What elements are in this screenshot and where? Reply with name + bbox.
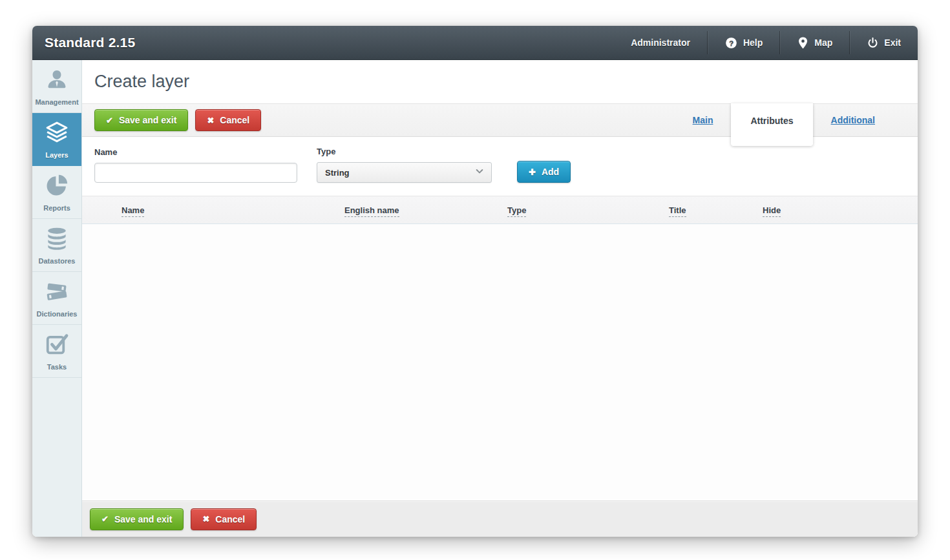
attributes-table-body — [82, 224, 918, 501]
tab-additional[interactable]: Additional — [813, 115, 893, 125]
person-icon — [45, 83, 69, 94]
exit-label: Exit — [884, 37, 901, 48]
add-button-label: Add — [542, 167, 559, 177]
svg-text:?: ? — [729, 38, 734, 47]
books-icon — [45, 295, 69, 306]
map-button[interactable]: Map — [780, 26, 849, 59]
map-pin-icon — [797, 36, 809, 50]
app-title: Standard 2.15 — [32, 35, 135, 50]
sidebar-item-label: Tasks — [34, 363, 80, 371]
tab-main[interactable]: Main — [675, 115, 732, 125]
tab-strip: Main Attributes Additional — [675, 104, 893, 136]
sidebar-item-dictionaries[interactable]: Dictionaries — [32, 272, 81, 325]
add-button[interactable]: ✚ Add — [517, 161, 571, 183]
type-field-label: Type — [317, 147, 492, 156]
footer-save-label: Save and exit — [114, 514, 173, 524]
x-icon: ✖ — [207, 116, 214, 125]
type-select[interactable]: String — [317, 162, 492, 183]
column-header-title: Title — [669, 205, 763, 215]
cancel-button-label: Cancel — [220, 115, 249, 125]
user-name-label: Administrator — [631, 37, 690, 48]
help-icon: ? — [724, 36, 738, 50]
column-header-name: Name — [121, 205, 344, 215]
footer-cancel-button[interactable]: ✖ Cancel — [191, 508, 257, 530]
app-window: Standard 2.15 Administrator ? Help Map — [32, 26, 918, 537]
column-header-type: Type — [507, 205, 669, 215]
exit-button[interactable]: Exit — [850, 26, 918, 59]
sidebar-item-label: Layers — [34, 151, 80, 159]
name-input[interactable] — [94, 163, 297, 183]
footer-save-and-exit-button[interactable]: ✔ Save and exit — [90, 508, 184, 530]
page-title: Create layer — [94, 72, 189, 92]
check-icon: ✔ — [101, 515, 109, 523]
type-field-group: Type String — [317, 147, 492, 183]
save-button-label: Save and exit — [119, 115, 177, 125]
attributes-table-header: Name English name Type Title Hide — [82, 196, 918, 224]
cancel-button[interactable]: ✖ Cancel — [195, 109, 261, 131]
sidebar-item-label: Reports — [34, 204, 80, 212]
help-button[interactable]: ? Help — [708, 26, 779, 59]
header-menu: Administrator ? Help Map Ex — [614, 26, 918, 59]
sidebar-item-layers[interactable]: Layers — [32, 113, 81, 166]
chevron-down-icon — [474, 166, 485, 179]
save-and-exit-button[interactable]: ✔ Save and exit — [94, 109, 188, 131]
column-header-english-name: English name — [344, 205, 507, 215]
sidebar-item-management[interactable]: Management — [32, 60, 81, 113]
sidebar-item-label: Management — [34, 98, 80, 106]
database-icon — [45, 242, 69, 253]
sidebar-item-tasks[interactable]: Tasks — [32, 325, 81, 378]
user-name: Administrator — [614, 26, 707, 59]
sidebar-item-reports[interactable]: Reports — [32, 166, 81, 219]
name-field-group: Name — [94, 147, 297, 183]
help-label: Help — [743, 37, 763, 48]
type-select-value: String — [325, 168, 474, 178]
layers-icon — [45, 136, 69, 147]
checkbox-check-icon — [45, 347, 69, 358]
pie-chart-icon — [45, 189, 69, 200]
add-button-wrap: ✚ Add — [517, 161, 571, 183]
footer-cancel-label: Cancel — [215, 514, 245, 524]
x-icon: ✖ — [202, 515, 209, 523]
sidebar-item-datastores[interactable]: Datastores — [32, 219, 81, 272]
power-icon — [867, 37, 879, 49]
tab-attributes[interactable]: Attributes — [731, 103, 812, 146]
column-header-hide: Hide — [763, 205, 918, 215]
sidebar: Management Layers Reports Datastores — [32, 60, 82, 537]
sidebar-item-label: Dictionaries — [34, 310, 80, 318]
top-header: Standard 2.15 Administrator ? Help Map — [32, 26, 918, 60]
footer-toolbar: ✔ Save and exit ✖ Cancel — [82, 501, 918, 537]
map-label: Map — [814, 37, 832, 48]
plus-icon: ✚ — [529, 168, 536, 176]
check-icon: ✔ — [106, 116, 113, 125]
sidebar-item-label: Datastores — [34, 257, 80, 265]
name-field-label: Name — [94, 147, 297, 157]
toolbar: ✔ Save and exit ✖ Cancel Main Attributes… — [82, 103, 918, 137]
page-title-bar: Create layer — [82, 60, 918, 103]
